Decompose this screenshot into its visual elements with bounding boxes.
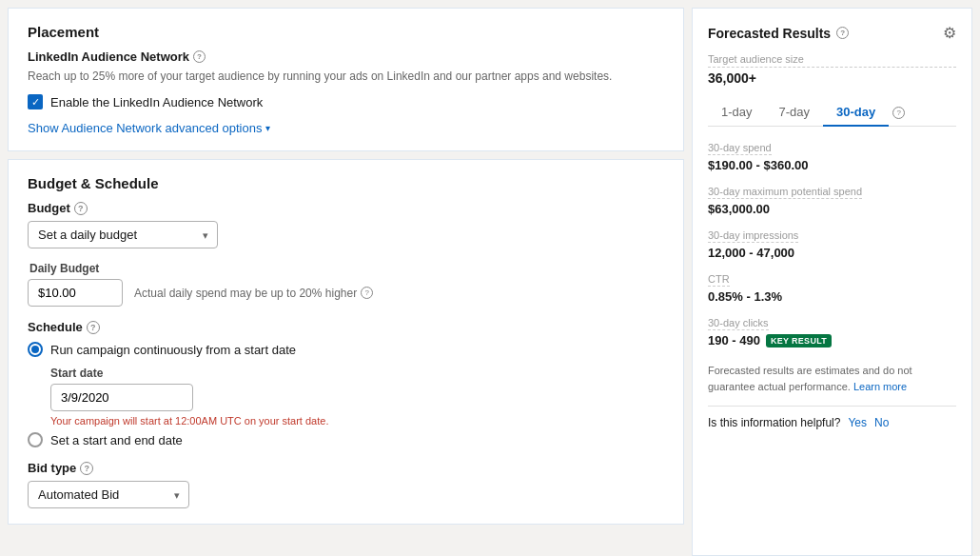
target-audience-label: Target audience size: [708, 53, 956, 68]
forecast-help-icon[interactable]: ?: [836, 27, 849, 39]
enable-checkbox-row[interactable]: Enable the LinkedIn Audience Network: [28, 94, 664, 109]
budget-select[interactable]: Set a daily budget Set a lifetime budget: [28, 221, 218, 248]
start-date-label: Start date: [50, 367, 664, 380]
forecast-panel: Forecasted Results ? ⚙ Target audience s…: [692, 8, 972, 556]
learn-more-link[interactable]: Learn more: [853, 381, 907, 392]
target-audience-value: 36,000+: [708, 70, 956, 86]
forecast-title: Forecasted Results ?: [708, 26, 849, 41]
bid-type-help-icon[interactable]: ?: [80, 462, 93, 475]
linkedin-help-icon[interactable]: ?: [193, 50, 206, 63]
start-date-input[interactable]: [50, 384, 193, 411]
bid-type-section: Bid type ? Automated Bid Maximum CPC Enh…: [28, 461, 664, 508]
forecast-tabs: 1-day 7-day 30-day ?: [708, 99, 956, 127]
placement-title: Placement: [28, 24, 664, 40]
enable-label: Enable the LinkedIn Audience Network: [50, 95, 263, 109]
budget-help-icon[interactable]: ?: [74, 202, 88, 215]
impressions-row: 30-day impressions 12,000 - 47,000: [708, 228, 956, 260]
budget-label: Budget ?: [28, 201, 664, 215]
set-start-end-radio[interactable]: [28, 432, 43, 447]
impressions-value: 12,000 - 47,000: [708, 246, 956, 260]
no-button[interactable]: No: [874, 416, 889, 429]
spend-value: $190.00 - $360.00: [708, 158, 956, 172]
max-spend-label: 30-day maximum potential spend: [708, 186, 862, 199]
impressions-label: 30-day impressions: [708, 229, 798, 243]
clicks-value: 190 - 490 Key Result: [708, 333, 956, 348]
target-audience-section: Target audience size 36,000+: [708, 53, 956, 86]
daily-budget-label: Daily Budget: [29, 262, 664, 275]
gear-icon[interactable]: ⚙: [943, 24, 956, 42]
budget-field-group: Budget ? Set a daily budget Set a lifeti…: [28, 201, 664, 248]
ctr-label: CTR: [708, 273, 730, 287]
start-date-input-wrapper: [50, 384, 193, 411]
clicks-row: 30-day clicks 190 - 490 Key Result: [708, 315, 956, 348]
tab-30day[interactable]: 30-day: [823, 99, 889, 127]
helpful-label: Is this information helpful?: [708, 416, 840, 429]
spend-label: 30-day spend: [708, 142, 772, 155]
schedule-radio-group: Run campaign continuously from a start d…: [28, 342, 664, 447]
tab-7day[interactable]: 7-day: [766, 99, 824, 127]
spend-row: 30-day spend $190.00 - $360.00: [708, 140, 956, 172]
tab-1day[interactable]: 1-day: [708, 99, 766, 127]
schedule-help-icon[interactable]: ?: [87, 321, 100, 334]
max-spend-row: 30-day maximum potential spend $63,000.0…: [708, 184, 956, 216]
key-result-badge: Key Result: [766, 334, 832, 348]
forecast-disclaimer: Forecasted results are estimates and do …: [708, 363, 956, 394]
budget-select-wrapper: Set a daily budget Set a lifetime budget…: [28, 221, 218, 248]
start-date-hint: Your campaign will start at 12:00AM UTC …: [50, 415, 664, 427]
run-continuously-option[interactable]: Run campaign continuously from a start d…: [28, 342, 664, 357]
bid-type-select-wrapper: Automated Bid Maximum CPC Enhanced CPC ▾: [28, 481, 189, 508]
daily-budget-help-icon[interactable]: ?: [361, 287, 373, 299]
budget-schedule-title: Budget & Schedule: [28, 175, 664, 191]
start-date-group: Start date Your campaign will start at 1…: [50, 367, 664, 427]
max-spend-value: $63,000.00: [708, 202, 956, 216]
set-start-end-label: Set a start and end date: [50, 433, 183, 447]
schedule-section: Schedule ? Run campaign continuously fro…: [28, 320, 664, 447]
daily-budget-input-row: Actual daily spend may be up to 20% high…: [28, 279, 664, 307]
bid-type-select[interactable]: Automated Bid Maximum CPC Enhanced CPC: [28, 481, 189, 508]
show-advanced-link[interactable]: Show Audience Network advanced options ▾: [28, 121, 664, 135]
run-continuously-label: Run campaign continuously from a start d…: [50, 343, 296, 357]
chevron-down-icon: ▾: [265, 123, 270, 133]
linkedin-audience-desc: Reach up to 25% more of your target audi…: [28, 68, 664, 85]
enable-checkbox[interactable]: [28, 94, 43, 109]
forecast-header: Forecasted Results ? ⚙: [708, 24, 956, 42]
schedule-label: Schedule ?: [28, 320, 664, 334]
budget-schedule-panel: Budget & Schedule Budget ? Set a daily b…: [8, 159, 684, 525]
ctr-value: 0.85% - 1.3%: [708, 289, 956, 304]
helpful-row: Is this information helpful? Yes No: [708, 406, 956, 429]
yes-button[interactable]: Yes: [848, 416, 867, 429]
run-continuously-radio[interactable]: [28, 342, 43, 357]
placement-panel: Placement LinkedIn Audience Network ? Re…: [8, 8, 684, 151]
tab-help-icon[interactable]: ?: [892, 107, 905, 119]
set-start-end-option[interactable]: Set a start and end date: [28, 432, 664, 447]
daily-budget-hint: Actual daily spend may be up to 20% high…: [134, 287, 373, 300]
bid-type-label: Bid type ?: [28, 461, 664, 475]
clicks-label: 30-day clicks: [708, 317, 769, 330]
daily-budget-input[interactable]: [28, 279, 123, 307]
ctr-row: CTR 0.85% - 1.3%: [708, 271, 956, 304]
linkedin-audience-label: LinkedIn Audience Network ?: [28, 50, 664, 64]
daily-budget-group: Daily Budget Actual daily spend may be u…: [28, 262, 664, 307]
